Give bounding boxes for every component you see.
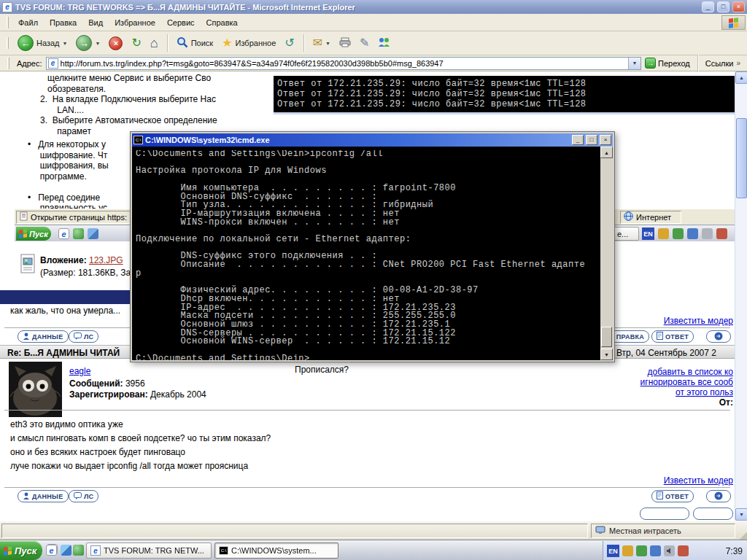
signature-text: как жаль, что она умерла... — [10, 306, 120, 316]
favorites-star-icon: ★ — [222, 37, 232, 49]
maximize-button[interactable]: □ — [717, 1, 729, 12]
address-url[interactable]: http://forum.tvs.trg/index.php?t=msg&got… — [61, 59, 626, 68]
registration-date: Зарегистрирован: Декабрь 2004 — [69, 389, 206, 400]
links-chevron-icon: » — [736, 59, 740, 67]
cmd-scroll-down-button[interactable]: ▼ — [600, 349, 613, 360]
taskbar-task-ie[interactable]: e TVS FORUM: TRG NETW... — [86, 542, 212, 559]
refresh-button[interactable]: ↻ — [128, 36, 144, 50]
cmd-minimize-button[interactable]: _ — [572, 135, 584, 145]
print-button[interactable] — [336, 36, 355, 50]
taskbar-task-cmd[interactable]: C:\ C:\WINDOWS\system... — [214, 542, 338, 559]
scroll-up-button[interactable]: ▲ — [735, 71, 747, 84]
favorites-button[interactable]: ★ Избранное — [218, 36, 279, 50]
partial-button[interactable] — [640, 508, 689, 520]
cmd-window[interactable]: C:\ C:\WINDOWS\system32\cmd.exe _ □ × C:… — [130, 131, 615, 362]
tray-update-icon[interactable] — [622, 545, 633, 556]
toolbar-grip[interactable] — [7, 37, 9, 49]
stop-icon: × — [109, 36, 123, 50]
embedded-zone-cell: Интернет — [620, 211, 681, 224]
cmd-scrollbar-thumb[interactable] — [601, 327, 612, 347]
quicklaunch-desktop-icon[interactable] — [61, 545, 71, 556]
scroll-down-button[interactable]: ▼ — [735, 508, 747, 521]
report-moderator-link[interactable]: Известить модер — [664, 316, 733, 326]
quicklaunch-icon[interactable] — [73, 545, 84, 556]
mail-dropdown-icon[interactable]: ▼ — [325, 41, 330, 46]
home-button[interactable]: ⌂ — [147, 35, 162, 51]
quick-reply-button[interactable] — [706, 330, 731, 343]
ignore-user-link[interactable]: игнорировать все сооб — [640, 377, 733, 387]
globe-icon — [624, 211, 633, 222]
report-moderator-link[interactable]: Известить модер — [664, 475, 733, 486]
address-input[interactable]: e http://forum.tvs.trg/index.php?t=msg&g… — [46, 57, 641, 70]
ping-console-window[interactable]: Ответ от 172.21.235.29: число байт=32 вр… — [274, 76, 735, 114]
message-bubble-icon — [74, 332, 82, 341]
menu-file[interactable]: Файл — [12, 15, 44, 30]
vertical-scrollbar[interactable]: ▲ ▼ — [735, 71, 747, 521]
mail-button[interactable]: ✉ ▼ — [309, 36, 334, 50]
cmd-close-button[interactable]: × — [600, 135, 611, 145]
cmd-scrollbar[interactable]: ▲ ▼ — [600, 147, 613, 360]
stop-button[interactable]: × — [105, 35, 126, 52]
profile-data-button[interactable]: ДАННЫЕ — [18, 330, 69, 343]
tray-firewall-icon[interactable] — [678, 545, 689, 556]
tray-network-icon[interactable] — [650, 545, 661, 556]
search-button[interactable]: Поиск — [173, 35, 217, 51]
profile-data-button[interactable]: ДАННЫЕ — [18, 490, 69, 502]
forward-dropdown-icon[interactable]: ▼ — [95, 41, 100, 46]
toolbar-separator — [167, 34, 168, 52]
menubar-grip[interactable] — [7, 17, 9, 28]
windows-flag-icon — [729, 18, 738, 28]
from-user-link[interactable]: от этого польз — [676, 387, 733, 397]
go-button[interactable]: → Переход — [645, 58, 690, 69]
forward-button[interactable]: → ▼ — [72, 34, 104, 52]
windows-logo — [721, 15, 746, 30]
embedded-quicklaunch-icon — [88, 228, 98, 239]
tray-antivirus-icon[interactable] — [636, 545, 647, 556]
menu-tools[interactable]: Сервис — [161, 15, 201, 30]
taskbar-clock: 7:39 — [726, 546, 743, 556]
quicklaunch-ie-icon[interactable]: e — [46, 545, 57, 556]
signature-bar — [0, 290, 144, 304]
home-icon: ⌂ — [150, 36, 158, 50]
language-indicator[interactable]: EN — [607, 545, 619, 557]
back-dropdown-icon[interactable]: ▼ — [63, 41, 68, 46]
private-message-button[interactable]: ЛС — [69, 490, 98, 502]
quick-reply-button[interactable] — [706, 490, 731, 502]
forward-icon: → — [76, 35, 92, 51]
menu-edit[interactable]: Правка — [44, 15, 82, 30]
intranet-icon — [595, 526, 605, 536]
messenger-button[interactable] — [374, 36, 394, 50]
scrollbar-thumb[interactable] — [736, 118, 747, 198]
cmd-titlebar[interactable]: C:\ C:\WINDOWS\system32\cmd.exe _ □ × — [132, 133, 613, 147]
close-button[interactable]: × — [732, 1, 745, 12]
history-button[interactable]: ↺ — [281, 36, 298, 50]
minimize-button[interactable]: _ — [702, 1, 714, 12]
address-dropdown-button[interactable]: ▼ — [628, 58, 640, 69]
addressbar-grip[interactable] — [7, 58, 9, 69]
add-buddy-link[interactable]: добавить в список ко — [648, 367, 733, 377]
embedded-tray-icon — [658, 228, 669, 239]
username-link[interactable]: eagle — [69, 366, 90, 376]
user-rank: Прописался? — [295, 365, 349, 375]
reply-button[interactable]: ОТВЕТ — [651, 330, 694, 343]
menu-help[interactable]: Справка — [201, 15, 244, 30]
edit-button[interactable]: ✎ — [356, 36, 373, 50]
cmd-scroll-up-button[interactable]: ▲ — [600, 147, 613, 158]
embedded-status-text: Открытие страницы https: — [31, 213, 127, 222]
tray-volume-icon[interactable] — [664, 545, 675, 556]
menu-view[interactable]: Вид — [82, 15, 109, 30]
ie-titlebar[interactable]: e TVS FORUM: TRG NETWORKS => Б...Я АДМИН… — [0, 0, 747, 14]
attachment-file-link[interactable]: 123.JPG — [89, 255, 123, 265]
embedded-tray-icon — [702, 228, 713, 239]
attachment-line: Вложение: 123.JPG — [40, 255, 123, 265]
windows-taskbar: Пуск e e TVS FORUM: TRG NETW... C:\ C:\W… — [0, 540, 747, 560]
back-button[interactable]: ← Назад ▼ — [14, 34, 71, 52]
back-label: Назад — [36, 39, 60, 47]
cmd-restore-button[interactable]: □ — [586, 135, 597, 145]
reply-button[interactable]: ОТВЕТ — [651, 490, 694, 502]
links-toolbar[interactable]: Ссылки » — [705, 59, 743, 68]
partial-button[interactable] — [693, 508, 733, 520]
start-button[interactable]: Пуск — [0, 541, 42, 560]
private-message-button[interactable]: ЛС — [69, 330, 98, 343]
menu-favorites[interactable]: Избранное — [109, 15, 161, 30]
